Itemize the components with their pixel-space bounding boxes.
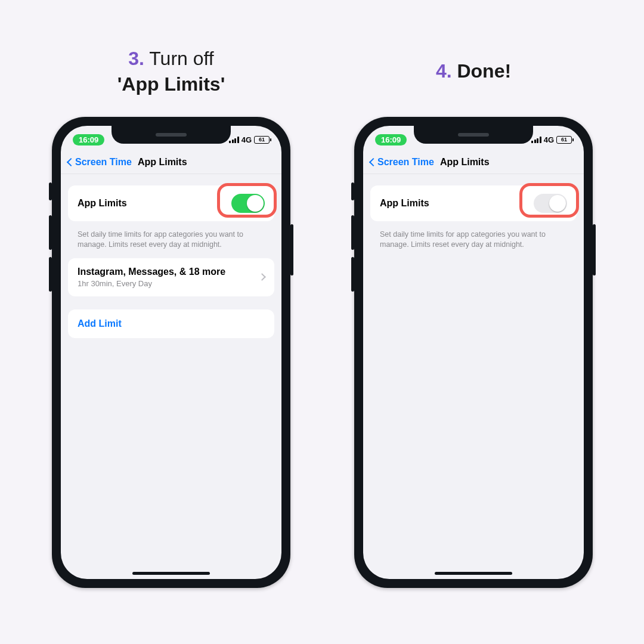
app-limits-toggle[interactable] xyxy=(231,194,265,213)
app-limits-label: App Limits xyxy=(78,198,127,209)
network-label: 4G xyxy=(544,135,554,144)
step-3-heading: 3. Turn off 'App Limits' xyxy=(43,43,299,100)
app-limits-label: App Limits xyxy=(380,198,429,209)
step-text: Turn off xyxy=(144,48,214,69)
phone-mockup-left: 16:09 4G 61 Screen Time xyxy=(52,117,290,588)
app-limits-toggle[interactable] xyxy=(534,194,567,213)
chevron-left-icon xyxy=(369,158,377,166)
home-indicator xyxy=(435,572,512,575)
step-text-bold: Done! xyxy=(452,60,512,82)
step-text-bold: 'App Limits' xyxy=(43,72,299,97)
phone-screen: 16:09 4G 61 Screen Time xyxy=(363,126,584,579)
back-button[interactable]: Screen Time xyxy=(370,157,434,168)
step-number: 4. xyxy=(436,60,452,82)
add-limit-button[interactable]: Add Limit xyxy=(78,318,122,329)
step-4-heading: 4. Done! xyxy=(345,43,602,100)
phone-mockup-right: 16:09 4G 61 Screen Time xyxy=(354,117,593,588)
limit-item-subtitle: 1hr 30min, Every Day xyxy=(78,279,225,288)
step-4-column: 4. Done! 16:09 4G 61 xyxy=(345,43,602,588)
battery-icon: 61 xyxy=(556,136,572,144)
app-limits-row: App Limits xyxy=(68,185,274,221)
nav-bar: Screen Time App Limits xyxy=(61,153,281,174)
status-bar: 16:09 4G 61 xyxy=(61,129,281,150)
app-limits-caption: Set daily time limits for app categories… xyxy=(68,226,274,258)
app-limits-toggle-group: App Limits xyxy=(68,185,274,221)
add-limit-group[interactable]: Add Limit xyxy=(68,309,274,338)
back-label: Screen Time xyxy=(75,157,132,168)
nav-title: App Limits xyxy=(138,157,187,168)
step-3-column: 3. Turn off 'App Limits' 16:09 4G xyxy=(43,43,299,588)
back-button[interactable]: Screen Time xyxy=(68,157,132,168)
phone-screen: 16:09 4G 61 Screen Time xyxy=(61,126,281,579)
status-time: 16:09 xyxy=(73,134,104,145)
nav-title: App Limits xyxy=(440,157,490,168)
app-limits-toggle-group: App Limits xyxy=(370,185,577,221)
signal-icon xyxy=(531,137,541,143)
limit-item-group[interactable]: Instagram, Messages, & 18 more 1hr 30min… xyxy=(68,258,274,296)
back-label: Screen Time xyxy=(377,157,434,168)
app-limits-row: App Limits xyxy=(370,185,577,221)
nav-bar: Screen Time App Limits xyxy=(363,153,584,174)
limit-item-title: Instagram, Messages, & 18 more xyxy=(78,267,225,277)
step-number: 3. xyxy=(128,48,144,69)
chevron-right-icon xyxy=(258,273,266,281)
status-time: 16:09 xyxy=(375,134,407,145)
chevron-left-icon xyxy=(67,158,75,166)
battery-icon: 61 xyxy=(254,136,270,144)
home-indicator xyxy=(132,572,210,575)
signal-icon xyxy=(229,137,239,143)
network-label: 4G xyxy=(242,135,252,144)
status-bar: 16:09 4G 61 xyxy=(363,129,584,150)
app-limits-caption: Set daily time limits for app categories… xyxy=(370,226,577,258)
